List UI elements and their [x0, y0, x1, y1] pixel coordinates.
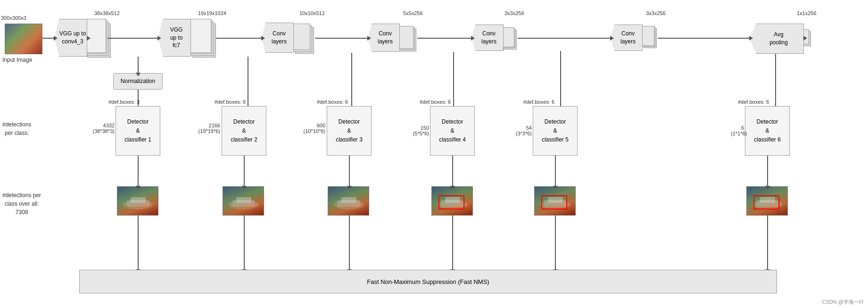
detector-5-label: Detector&classifier 5: [542, 117, 569, 145]
red-box-5: [541, 195, 567, 209]
size-label-6: 1x1x256: [797, 10, 817, 16]
thumb-1: [117, 186, 158, 216]
arrow-conv3-d5: [560, 51, 561, 113]
arrow-thumb5-nms: [555, 216, 556, 270]
def-boxes-1: #def.boxes: 3: [108, 99, 140, 105]
svg-rect-5: [236, 197, 251, 203]
thumb-5: [534, 186, 576, 216]
def-boxes-3: #def.boxes: 6: [317, 99, 348, 105]
arrow-d3-thumb3: [349, 156, 350, 186]
feat-stack-3x3: [641, 26, 658, 50]
arrow-thumb4-nms: [452, 216, 453, 270]
feat-stack-vgg2: [188, 19, 216, 57]
detector-6: Detector&classifier 6: [745, 106, 790, 156]
arrow-d2-thumb2: [244, 156, 245, 186]
detector-2-label: Detector&classifier 2: [231, 117, 257, 145]
detector-1: Detector&classifier 1: [116, 106, 160, 156]
def-boxes-6: #def.boxes: 6: [738, 99, 769, 105]
count-2: 2166 (19*19*6): [191, 123, 220, 134]
conv3-label: Convlayers: [481, 30, 496, 46]
car-svg-3: [328, 187, 370, 216]
arrow-thumb6-nms: [767, 216, 768, 270]
detector-6-label: Detector&classifier 6: [754, 117, 781, 145]
nms-bar: Fast Non-Maximum Suppression (Fast NMS): [79, 270, 777, 293]
vgg1-box: VGG up to conv4_3: [54, 19, 87, 57]
detector-3-label: Detector&classifier 3: [336, 117, 363, 145]
size-label-4: 5x5x256: [403, 10, 423, 16]
count-1: 4332 (38*38*3): [87, 123, 115, 134]
arrow-vgg1-norm: [138, 57, 139, 73]
avg-pool-label: Avgpooling: [769, 31, 788, 47]
size-label-3: 10x10x512: [299, 10, 325, 16]
def-boxes-5: #def.boxes: 6: [523, 99, 554, 105]
vgg2-box: VGGup tofc7: [158, 19, 191, 57]
red-box-6: [753, 195, 779, 209]
size-label-5b: 3x3x256: [646, 10, 666, 16]
svg-rect-8: [341, 197, 356, 203]
count-3: 600 (10*10*6): [302, 123, 325, 134]
input-size-label: 300x300x3: [1, 15, 26, 21]
arrow-conv2-d4: [453, 52, 454, 113]
conv3-box: Convlayers: [471, 25, 504, 51]
nms-label: Fast Non-Maximum Suppression (Fast NMS): [367, 278, 489, 285]
car-svg-1: [117, 187, 159, 216]
arrow-input-vgg1: [42, 38, 54, 39]
conv2-box: Convlayers: [368, 24, 400, 52]
size-label-2: 19x19x1024: [198, 10, 226, 16]
detections-per-class-label: #detectionsper class:: [2, 120, 31, 137]
arrow-thumb1-nms: [138, 216, 139, 270]
arrow-conv1-d3: [351, 53, 352, 113]
detector-3: Detector&classifier 3: [327, 106, 372, 156]
arrow-vgg2-conv1: [216, 38, 262, 39]
arrow-stack1-vgg2: [107, 38, 158, 39]
detector-2: Detector&classifier 2: [222, 106, 266, 156]
thumb-6: [746, 186, 788, 216]
input-image: [5, 24, 42, 54]
watermark: CSDN @学海一叶: [822, 299, 864, 306]
arrow-thumb2-nms: [244, 216, 245, 270]
avg-pool-box: Avgpooling: [750, 24, 804, 54]
arrow-conv4-avg: [658, 38, 750, 39]
arrow-d6-thumb6: [767, 156, 768, 186]
car-svg-2: [223, 187, 265, 216]
thumb-2: [223, 186, 264, 216]
detector-4-label: Detector&classifier 4: [439, 117, 466, 145]
conv2-label: Convlayers: [378, 30, 393, 46]
arrow-d4-thumb4: [452, 156, 453, 186]
count-6: 6 (1*1*6): [731, 125, 744, 136]
conv4-label: Convlayers: [620, 30, 636, 46]
feat-stack-conv1: [291, 24, 315, 57]
thumb-4: [431, 186, 473, 216]
red-box-4: [438, 195, 464, 209]
detections-over-all-label: #detections perclass over all:7308: [2, 191, 41, 216]
detector-4: Detector&classifier 4: [430, 106, 475, 156]
def-boxes-2: #def.boxes: 6: [215, 99, 246, 105]
input-image-label: Input Image: [2, 57, 32, 63]
arrow-d1-thumb1: [138, 156, 139, 186]
vgg1-label: VGG up to conv4_3: [58, 30, 87, 46]
detector-5: Detector&classifier 5: [533, 106, 578, 156]
feat-stack-conv3: [501, 27, 518, 52]
conv1-label: Convlayers: [272, 30, 287, 46]
normalization-label: Normalization: [121, 77, 155, 85]
conv1-box: Convlayers: [262, 23, 294, 53]
feat-stack-conv2: [397, 26, 417, 54]
conv4-box: Convlayers: [611, 25, 643, 51]
arrow-vgg2-d2: [248, 57, 248, 113]
count-5: 54 (3*3*6): [509, 125, 532, 136]
arrow-conv1-conv2: [315, 38, 368, 39]
thumb-3: [328, 186, 369, 216]
size-label-5: 3x3x256: [504, 10, 524, 16]
svg-rect-2: [131, 197, 146, 203]
detector-1-label: Detector&classifier 1: [124, 117, 151, 145]
count-4: 150 (5*5*6): [405, 125, 429, 136]
arrow-thumb3-nms: [349, 216, 350, 270]
arrow-conv3-conv4: [518, 38, 611, 39]
size-label-1: 38x38x512: [94, 10, 120, 16]
def-boxes-4: #def.boxes: 6: [420, 99, 451, 105]
arrow-conv2-conv3: [417, 38, 471, 39]
arrow-d5-thumb5: [555, 156, 556, 186]
arrow-avg-d6: [775, 54, 776, 113]
vgg2-label: VGGup tofc7: [170, 26, 183, 50]
